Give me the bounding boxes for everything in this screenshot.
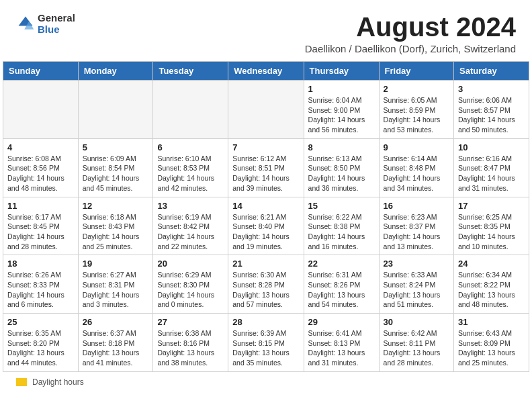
day-number: 29 [308,317,375,327]
day-number: 23 [384,259,449,269]
day-info: Sunrise: 6:35 AMSunset: 8:20 PMDaylight:… [7,328,74,368]
day-cell: 23Sunrise: 6:33 AMSunset: 8:24 PMDayligh… [379,255,453,314]
day-cell: 3Sunrise: 6:06 AMSunset: 8:57 PMDaylight… [454,81,529,139]
day-info: Sunrise: 6:12 AMSunset: 8:51 PMDaylight:… [232,154,299,193]
day-cell: 28Sunrise: 6:39 AMSunset: 8:15 PMDayligh… [228,314,304,372]
daylight-label: Daylight hours [32,377,84,387]
day-info: Sunrise: 6:34 AMSunset: 8:22 PMDaylight:… [458,270,525,310]
day-cell: 31Sunrise: 6:43 AMSunset: 8:09 PMDayligh… [454,314,529,372]
day-info: Sunrise: 6:23 AMSunset: 8:37 PMDaylight:… [384,212,449,252]
subtitle: Daellikon / Daellikon (Dorf), Zurich, Sw… [305,43,516,54]
day-number: 21 [232,259,299,269]
day-info: Sunrise: 6:37 AMSunset: 8:18 PMDaylight:… [83,328,149,368]
calendar-table: SundayMondayTuesdayWednesdayThursdayFrid… [3,61,529,372]
day-number: 30 [384,317,449,327]
day-info: Sunrise: 6:42 AMSunset: 8:11 PMDaylight:… [384,328,449,368]
day-number: 7 [232,142,299,152]
day-cell: 1Sunrise: 6:04 AMSunset: 9:00 PMDaylight… [304,81,379,139]
day-info: Sunrise: 6:19 AMSunset: 8:42 PMDaylight:… [157,212,224,252]
day-number: 27 [157,317,224,327]
week-row-1: 1Sunrise: 6:04 AMSunset: 9:00 PMDaylight… [3,81,529,139]
month-title: August 2024 [305,12,516,42]
day-info: Sunrise: 6:39 AMSunset: 8:15 PMDaylight:… [232,328,299,368]
day-info: Sunrise: 6:29 AMSunset: 8:30 PMDaylight:… [157,270,224,310]
day-info: Sunrise: 6:25 AMSunset: 8:35 PMDaylight:… [458,212,525,252]
day-cell: 9Sunrise: 6:14 AMSunset: 8:48 PMDaylight… [379,138,453,197]
day-info: Sunrise: 6:13 AMSunset: 8:50 PMDaylight:… [308,154,375,193]
day-cell: 8Sunrise: 6:13 AMSunset: 8:50 PMDaylight… [304,138,379,197]
col-header-friday: Friday [379,62,453,81]
week-row-5: 25Sunrise: 6:35 AMSunset: 8:20 PMDayligh… [3,314,529,372]
day-info: Sunrise: 6:21 AMSunset: 8:40 PMDaylight:… [232,212,299,252]
day-info: Sunrise: 6:17 AMSunset: 8:45 PMDaylight:… [7,212,74,252]
day-info: Sunrise: 6:08 AMSunset: 8:56 PMDaylight:… [7,154,74,193]
col-header-saturday: Saturday [454,62,529,81]
day-number: 4 [7,142,74,152]
day-cell [78,81,153,139]
day-info: Sunrise: 6:38 AMSunset: 8:16 PMDaylight:… [157,328,224,368]
day-info: Sunrise: 6:14 AMSunset: 8:48 PMDaylight:… [384,154,449,193]
day-info: Sunrise: 6:30 AMSunset: 8:28 PMDaylight:… [232,270,299,310]
day-cell: 26Sunrise: 6:37 AMSunset: 8:18 PMDayligh… [78,314,153,372]
day-number: 18 [7,259,74,269]
day-number: 22 [308,259,375,269]
day-number: 2 [384,84,449,94]
day-info: Sunrise: 6:18 AMSunset: 8:43 PMDaylight:… [83,212,149,252]
header-row: SundayMondayTuesdayWednesdayThursdayFrid… [3,62,529,81]
col-header-tuesday: Tuesday [153,62,228,81]
day-cell: 15Sunrise: 6:22 AMSunset: 8:38 PMDayligh… [304,197,379,255]
day-number: 28 [232,317,299,327]
day-info: Sunrise: 6:31 AMSunset: 8:26 PMDaylight:… [308,270,375,310]
day-info: Sunrise: 6:33 AMSunset: 8:24 PMDaylight:… [384,270,449,310]
day-cell: 19Sunrise: 6:27 AMSunset: 8:31 PMDayligh… [78,255,153,314]
logo-general: General [38,12,75,24]
col-header-monday: Monday [78,62,153,81]
col-header-sunday: Sunday [3,62,79,81]
day-info: Sunrise: 6:26 AMSunset: 8:33 PMDaylight:… [7,270,74,310]
calendar-body: 1Sunrise: 6:04 AMSunset: 9:00 PMDaylight… [3,81,529,372]
day-number: 13 [157,201,224,211]
day-cell [228,81,304,139]
footer: Daylight hours [0,372,532,392]
week-row-2: 4Sunrise: 6:08 AMSunset: 8:56 PMDaylight… [3,138,529,197]
day-number: 31 [458,317,525,327]
day-number: 24 [458,259,525,269]
day-cell: 14Sunrise: 6:21 AMSunset: 8:40 PMDayligh… [228,197,304,255]
day-cell: 4Sunrise: 6:08 AMSunset: 8:56 PMDaylight… [3,138,79,197]
day-cell: 12Sunrise: 6:18 AMSunset: 8:43 PMDayligh… [78,197,153,255]
day-number: 5 [83,142,149,152]
day-cell: 30Sunrise: 6:42 AMSunset: 8:11 PMDayligh… [379,314,453,372]
day-number: 9 [384,142,449,152]
day-cell: 13Sunrise: 6:19 AMSunset: 8:42 PMDayligh… [153,197,228,255]
day-cell [3,81,79,139]
day-number: 3 [458,84,525,94]
calendar-wrapper: SundayMondayTuesdayWednesdayThursdayFrid… [0,61,532,372]
calendar-header: SundayMondayTuesdayWednesdayThursdayFrid… [3,62,529,81]
day-cell: 27Sunrise: 6:38 AMSunset: 8:16 PMDayligh… [153,314,228,372]
day-cell: 17Sunrise: 6:25 AMSunset: 8:35 PMDayligh… [454,197,529,255]
day-number: 1 [308,84,375,94]
day-number: 6 [157,142,224,152]
day-info: Sunrise: 6:10 AMSunset: 8:53 PMDaylight:… [157,154,224,193]
day-number: 10 [458,142,525,152]
day-cell: 11Sunrise: 6:17 AMSunset: 8:45 PMDayligh… [3,197,79,255]
day-cell: 22Sunrise: 6:31 AMSunset: 8:26 PMDayligh… [304,255,379,314]
logo: General Blue [16,12,75,35]
day-info: Sunrise: 6:43 AMSunset: 8:09 PMDaylight:… [458,328,525,368]
day-number: 12 [83,201,149,211]
day-number: 16 [384,201,449,211]
day-cell: 6Sunrise: 6:10 AMSunset: 8:53 PMDaylight… [153,138,228,197]
logo-icon [16,14,35,33]
daylight-bar-icon [16,378,27,386]
day-cell: 5Sunrise: 6:09 AMSunset: 8:54 PMDaylight… [78,138,153,197]
col-header-wednesday: Wednesday [228,62,304,81]
logo-text: General Blue [38,12,75,35]
day-info: Sunrise: 6:06 AMSunset: 8:57 PMDaylight:… [458,95,525,135]
day-number: 26 [83,317,149,327]
day-cell: 10Sunrise: 6:16 AMSunset: 8:47 PMDayligh… [454,138,529,197]
day-number: 17 [458,201,525,211]
day-cell: 20Sunrise: 6:29 AMSunset: 8:30 PMDayligh… [153,255,228,314]
day-number: 14 [232,201,299,211]
day-cell: 29Sunrise: 6:41 AMSunset: 8:13 PMDayligh… [304,314,379,372]
day-number: 8 [308,142,375,152]
